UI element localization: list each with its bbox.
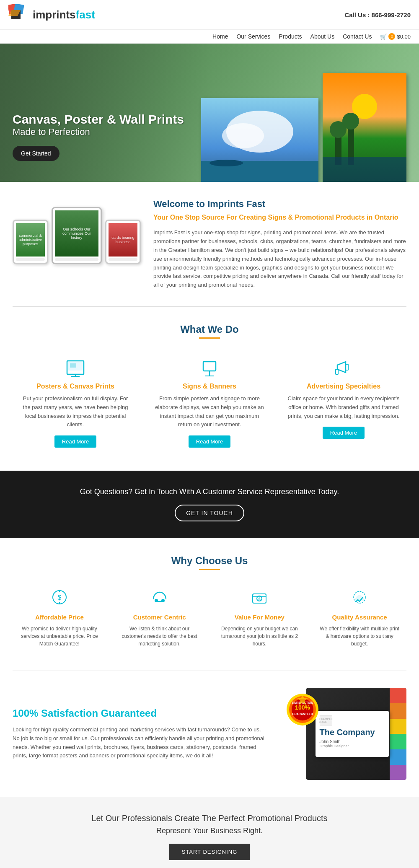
why-3-desc: Depending on your budget we can turnarou…: [219, 625, 300, 648]
advertising-icon: [333, 358, 354, 378]
cta-text: Got Questions? Get In Touch With A Custo…: [8, 487, 411, 496]
welcome-title: Welcome to Imprints Fast: [153, 199, 406, 210]
tablet-3-content: cards bearing business: [109, 223, 137, 257]
card-person-title: Graphic Designer: [320, 744, 385, 748]
service-3-desc: Claim space for your brand in every reci…: [287, 394, 400, 420]
hero-images: [201, 73, 406, 182]
nav-about-us[interactable]: About Us: [310, 33, 335, 40]
posters-icon: [65, 358, 86, 378]
color-bars: [390, 688, 406, 780]
tablet-1-base: [16, 258, 45, 261]
logo[interactable]: imprintsfast: [8, 4, 95, 25]
hero-get-started-button[interactable]: Get Started: [13, 146, 59, 161]
tablet-image-2: Our schools Our communities Our history: [52, 207, 102, 264]
hero-canvas-image-2: [323, 73, 406, 182]
welcome-body: Imprints Fast is your one-stop shop for …: [153, 228, 406, 290]
satisfaction-image: SATISFACTION 100% GUARANTEED EXAMPLE: [281, 688, 406, 780]
nav-home[interactable]: Home: [212, 33, 228, 40]
signs-icon: [199, 358, 220, 378]
why-4-desc: We offer flexibility with multiple print…: [319, 625, 400, 648]
why-4-title: Quality Assurance: [319, 614, 400, 621]
service-1-desc: Put your professionalism on full display…: [19, 394, 132, 429]
svg-text:$: $: [57, 594, 61, 601]
why-affordable-price: $ Affordable Price We promise to deliver…: [13, 583, 106, 654]
header-phone: Call Us : 866-999-2720: [344, 11, 411, 18]
why-choose-title: Why Choose Us: [13, 555, 406, 567]
svg-rect-15: [323, 157, 406, 182]
svg-text:GUARANTEED: GUARANTEED: [292, 713, 313, 715]
service-1-read-more[interactable]: Read More: [54, 435, 96, 448]
what-we-do-title: What We Do: [13, 324, 406, 335]
why-value-money: $ Value For Money Depending on your budg…: [213, 583, 307, 654]
why-quality-assurance: Quality Assurance We offer flexibility w…: [313, 583, 406, 654]
cart[interactable]: 🛒 0 $0.00: [380, 33, 411, 40]
why-customer-centric: Customer Centric We listen & think about…: [113, 583, 207, 654]
svg-point-6: [222, 123, 264, 148]
svg-rect-26: [336, 369, 338, 374]
satisfaction-text: 100% Satisfaction Guaranteed Looking for…: [13, 707, 268, 760]
svg-text:$: $: [259, 597, 261, 601]
cta-get-in-touch-button[interactable]: GET IN TOUCH: [175, 505, 244, 521]
why-choose-section: Why Choose Us $ Affordable Price We prom…: [0, 538, 419, 671]
tablet-2-base: [55, 258, 98, 261]
card-logo-area: EXAMPLE LOGO: [320, 715, 385, 725]
card-example-logo: EXAMPLE LOGO: [320, 715, 332, 725]
service-signs: Signs & Banners From simple posters and …: [147, 351, 272, 454]
business-card-main: EXAMPLE LOGO The Company John Smith Grap…: [316, 711, 389, 757]
what-we-do-section: What We Do Posters & Canvas Prints Put y…: [0, 307, 419, 471]
card-person-name: John Smith: [320, 739, 385, 744]
promo-line-2: Represent Your Business Right.: [8, 827, 411, 835]
promo-line-1: Let Our Professionals Create The Perfect…: [8, 814, 411, 823]
hero-content: Canvas, Poster & Wall Prints Made to Per…: [0, 112, 184, 182]
why-section-underline: [199, 569, 220, 570]
start-designing-button[interactable]: START DESIGNING: [169, 844, 250, 860]
tablet-image-1: commercial & administrative purposes: [13, 220, 48, 264]
service-advertising: Advertising Specialties Claim space for …: [281, 351, 406, 454]
customer-centric-icon: [119, 589, 200, 609]
svg-point-14: [342, 113, 359, 130]
cart-badge: 0: [388, 33, 395, 40]
hero-title: Canvas, Poster & Wall Prints: [13, 112, 184, 127]
logo-fast: fast: [76, 8, 95, 21]
satisfaction-title: 100% Satisfaction Guaranteed: [13, 707, 268, 719]
phone-label: Call Us :: [344, 11, 370, 18]
welcome-text: Welcome to Imprints Fast Your One Stop S…: [153, 199, 406, 290]
logo-imprints: imprints: [33, 8, 76, 21]
service-2-desc: From simple posters and signage to more …: [153, 394, 266, 429]
navigation: Home Our Services Products About Us Cont…: [0, 30, 419, 44]
satisfaction-body: Looking for high quality commercial prin…: [13, 725, 268, 760]
tablet-1-content: commercial & administrative purposes: [16, 223, 45, 257]
svg-rect-20: [70, 363, 76, 368]
service-1-title: Posters & Canvas Prints: [19, 383, 132, 390]
why-1-title: Affordable Price: [19, 614, 100, 621]
logo-icon: [8, 4, 29, 25]
satisfaction-badge: SATISFACTION 100% GUARANTEED: [285, 692, 321, 728]
value-money-icon: $: [219, 589, 300, 609]
tablet-image-3: cards bearing business: [105, 220, 141, 264]
business-card-stack: EXAMPLE LOGO The Company John Smith Grap…: [306, 688, 406, 780]
welcome-images: commercial & administrative purposes Our…: [13, 199, 141, 272]
tablet-3-base: [109, 258, 137, 261]
card-company-name: The Company: [320, 728, 385, 737]
nav-contact-us[interactable]: Contact Us: [343, 33, 372, 40]
promo-section: Let Our Professionals Create The Perfect…: [0, 797, 419, 868]
svg-point-8: [210, 160, 243, 166]
service-2-read-more[interactable]: Read More: [189, 435, 230, 448]
header-top: imprintsfast Call Us : 866-999-2720: [0, 0, 419, 30]
cart-price: $0.00: [397, 34, 411, 40]
phone-number[interactable]: 866-999-2720: [372, 11, 411, 18]
quality-assurance-icon: [319, 589, 400, 609]
section-underline: [199, 337, 220, 339]
hero-section: Canvas, Poster & Wall Prints Made to Per…: [0, 44, 419, 182]
services-grid: Posters & Canvas Prints Put your profess…: [13, 351, 406, 454]
hero-canvas-image-1: [201, 98, 318, 182]
nav-our-services[interactable]: Our Services: [236, 33, 270, 40]
welcome-subtitle: Your One Stop Source For Creating Signs …: [153, 213, 406, 222]
nav-products[interactable]: Products: [279, 33, 302, 40]
why-grid: $ Affordable Price We promise to deliver…: [13, 583, 406, 654]
why-2-desc: We listen & think about our customer's n…: [119, 625, 200, 648]
why-2-title: Customer Centric: [119, 614, 200, 621]
service-3-read-more[interactable]: Read More: [323, 427, 365, 439]
cta-banner: Got Questions? Get In Touch With A Custo…: [0, 471, 419, 538]
satisfaction-section: 100% Satisfaction Guaranteed Looking for…: [0, 671, 419, 797]
